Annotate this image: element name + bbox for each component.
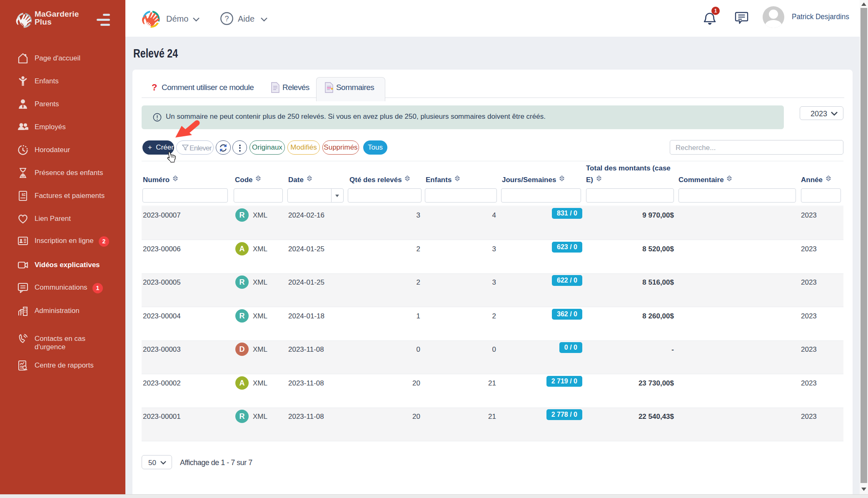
svg-text:?: ? (224, 15, 229, 23)
svg-text:$: $ (22, 193, 24, 197)
